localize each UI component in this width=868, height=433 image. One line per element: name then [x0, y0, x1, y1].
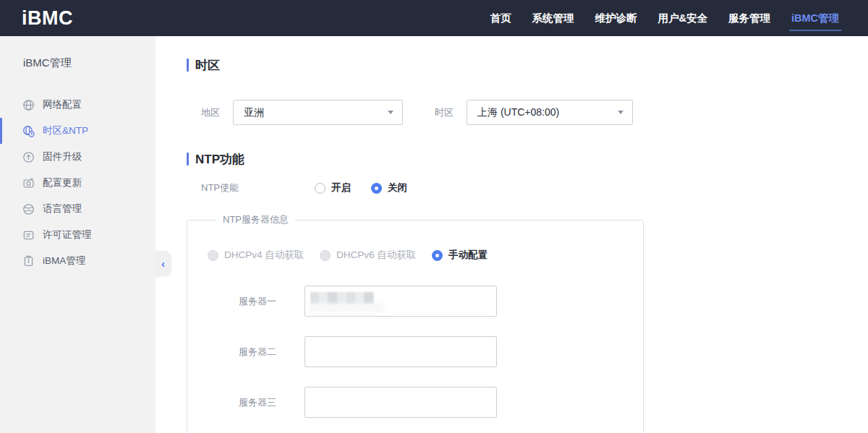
ntp-server-mode-row: DHCPv4 自动获取 DHCPv6 自动获取 手动配置	[208, 248, 643, 262]
nav-item-service-mgmt[interactable]: 服务管理	[728, 0, 770, 36]
timezone-section-title: 时区	[187, 58, 868, 72]
server-one-row: 服务器一	[239, 286, 643, 317]
server-two-label: 服务器二	[239, 346, 305, 359]
caret-down-icon	[618, 111, 624, 114]
radio-checked-icon	[371, 183, 382, 194]
server-two-input[interactable]	[305, 336, 497, 367]
nav-item-ibmc-mgmt[interactable]: iBMC管理	[791, 0, 839, 36]
server-three-label: 服务器三	[239, 396, 305, 409]
ntp-enable-off-radio[interactable]: 关闭	[371, 181, 427, 194]
sidebar-item-label: iBMA管理	[43, 254, 85, 267]
top-nav: 首页 系统管理 维护诊断 用户&安全 服务管理 iBMC管理	[490, 0, 839, 36]
sidebar-item-firmware-upgrade[interactable]: 固件升级	[0, 144, 156, 170]
server-one-input-wrap	[305, 286, 497, 317]
main-content: 时区 地区 亚洲 时区 上海 (UTC+08:00) NTP功能	[156, 36, 868, 433]
nav-item-home[interactable]: 首页	[490, 0, 511, 36]
sidebar-item-config-update[interactable]: 配置更新	[0, 170, 156, 196]
sidebar-collapse-button[interactable]: ‹	[156, 251, 171, 276]
region-label: 地区	[201, 106, 233, 119]
zone-select-value: 上海 (UTC+08:00)	[477, 106, 559, 119]
radio-checked-icon	[432, 250, 443, 261]
server-two-row: 服务器二	[239, 336, 643, 367]
server-three-input[interactable]	[305, 387, 497, 418]
ntp-enable-label: NTP使能	[201, 181, 315, 194]
sidebar-item-label: 时区&NTP	[43, 124, 88, 137]
caret-down-icon	[388, 111, 393, 114]
language-icon	[22, 203, 35, 215]
sidebar-item-label: 配置更新	[43, 176, 82, 189]
sidebar-item-ibma-mgmt[interactable]: iBMA管理	[0, 248, 156, 274]
timezone-clock-icon	[22, 125, 35, 137]
nav-item-user-security[interactable]: 用户&安全	[658, 0, 707, 36]
firmware-upgrade-icon	[22, 151, 35, 163]
sidebar-item-label: 网络配置	[43, 98, 82, 111]
section-accent-bar	[187, 59, 189, 72]
nav-item-maintenance-diagnosis[interactable]: 维护诊断	[595, 0, 637, 36]
page-body: iBMC管理 网络配置 时区&NTP 固件升级	[0, 36, 868, 433]
ibma-clipboard-icon	[22, 255, 35, 267]
server-three-row: 服务器三	[239, 387, 643, 418]
sidebar-item-label: 语言管理	[43, 202, 82, 215]
manual-config-radio[interactable]: 手动配置	[432, 249, 488, 262]
ntp-section-title: NTP功能	[187, 152, 868, 166]
license-icon	[22, 229, 35, 241]
radio-disabled-icon	[208, 250, 218, 261]
top-header: iBMC 首页 系统管理 维护诊断 用户&安全 服务管理 iBMC管理	[0, 0, 868, 36]
sidebar-item-language-mgmt[interactable]: 语言管理	[0, 196, 156, 222]
server-three-input-wrap	[305, 387, 497, 418]
ibmc-page: iBMC 首页 系统管理 维护诊断 用户&安全 服务管理 iBMC管理 iBMC…	[0, 0, 868, 433]
sidebar-title: iBMC管理	[23, 56, 156, 70]
ntp-enable-on-radio[interactable]: 开启	[315, 181, 371, 194]
sidebar: iBMC管理 网络配置 时区&NTP 固件升级	[0, 36, 156, 433]
nav-item-system-mgmt[interactable]: 系统管理	[532, 0, 574, 36]
ntp-server-info-legend: NTP服务器信息	[216, 213, 295, 226]
section-accent-bar	[187, 153, 189, 166]
dhcpv4-auto-radio[interactable]: DHCPv4 自动获取	[208, 249, 320, 262]
timezone-form-row: 地区 亚洲 时区 上海 (UTC+08:00)	[187, 100, 868, 125]
zone-label: 时区	[435, 106, 467, 119]
config-update-icon	[22, 177, 35, 189]
sidebar-item-timezone-ntp[interactable]: 时区&NTP	[0, 118, 156, 144]
ntp-server-info-group: NTP服务器信息 DHCPv4 自动获取 DHCPv6 自动获取 手动配置	[187, 213, 644, 433]
zone-select[interactable]: 上海 (UTC+08:00)	[467, 100, 633, 125]
sidebar-item-label: 固件升级	[43, 150, 82, 163]
collapse-chevron-icon: ‹	[161, 257, 165, 270]
sidebar-item-license-mgmt[interactable]: 许可证管理	[0, 222, 156, 248]
radio-unchecked-icon	[315, 183, 326, 194]
ibmc-logo[interactable]: iBMC	[22, 7, 73, 30]
server-two-input-wrap	[305, 336, 497, 367]
server-one-label: 服务器一	[239, 295, 305, 308]
sidebar-item-network-config[interactable]: 网络配置	[0, 92, 156, 118]
dhcpv6-auto-radio[interactable]: DHCPv6 自动获取	[320, 249, 432, 262]
radio-disabled-icon	[320, 250, 331, 261]
region-select[interactable]: 亚洲	[233, 100, 403, 125]
redacted-value-mask	[310, 292, 374, 304]
region-select-value: 亚洲	[244, 106, 264, 119]
ntp-enable-row: NTP使能 开启 关闭	[187, 181, 868, 194]
sidebar-item-label: 许可证管理	[43, 228, 92, 241]
network-globe-icon	[22, 99, 35, 111]
